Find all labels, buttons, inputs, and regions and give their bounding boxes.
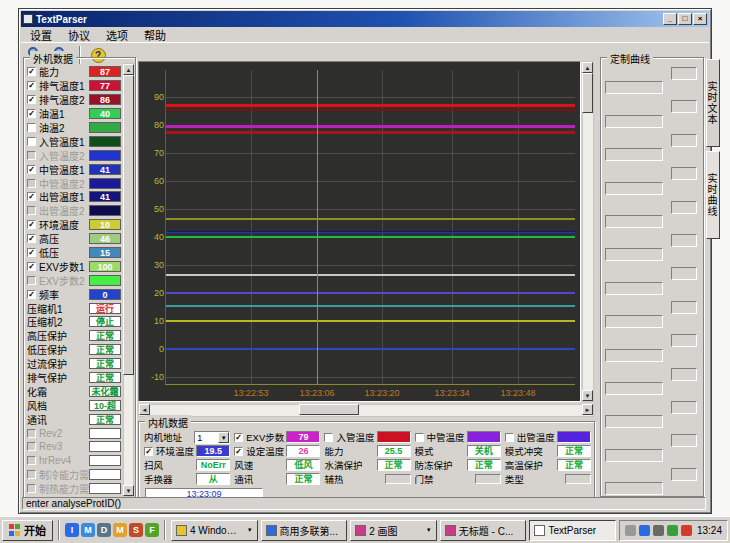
checkbox[interactable]: ✓: [27, 95, 36, 104]
chevron-down-icon[interactable]: ▼: [218, 432, 229, 443]
scroll-left-icon[interactable]: ◄: [139, 404, 150, 415]
custom-curve-value-slot[interactable]: [671, 334, 697, 347]
folder-icon[interactable]: F: [145, 523, 159, 537]
checkbox[interactable]: [27, 123, 36, 132]
custom-curve-value-slot[interactable]: [671, 401, 697, 414]
custom-curve-slot[interactable]: [605, 349, 663, 362]
custom-curve-value-slot[interactable]: [671, 434, 697, 447]
mail-icon[interactable]: M: [81, 523, 95, 537]
custom-curve-value-slot[interactable]: [671, 468, 697, 481]
antivirus-icon[interactable]: [667, 525, 678, 536]
custom-curve-slot[interactable]: [605, 382, 663, 395]
checkbox[interactable]: ✓: [27, 109, 36, 118]
checkbox[interactable]: ✓: [27, 67, 36, 76]
outdoor-row: ✓高压46: [27, 232, 121, 246]
volume-icon[interactable]: [653, 525, 664, 536]
indoor-row: 类型: [505, 472, 591, 486]
checkbox[interactable]: ✓: [27, 234, 36, 243]
start-button[interactable]: 开始: [2, 520, 53, 541]
outdoor-row: ✓油温140: [27, 107, 121, 121]
checkbox[interactable]: ✓: [27, 165, 36, 174]
tab-实时文本[interactable]: 实时文本: [706, 59, 720, 147]
task-button-商用多联第...[interactable]: 商用多联第...: [261, 520, 348, 541]
chart-vertical-scrollbar[interactable]: ▲ ▼: [582, 61, 594, 402]
task-button-4 Windows...[interactable]: 4 Windows...▼: [171, 520, 258, 541]
scroll-up-icon[interactable]: ▲: [582, 62, 593, 73]
custom-curve-slot[interactable]: [605, 315, 663, 328]
printer-icon[interactable]: [625, 525, 636, 536]
custom-curve-slot[interactable]: [605, 248, 663, 261]
custom-curve-value-slot[interactable]: [671, 368, 697, 381]
outdoor-scrollbar[interactable]: ▲ ▼: [123, 63, 134, 497]
maximize-button[interactable]: □: [678, 13, 692, 25]
chart-cursor-line[interactable]: [317, 70, 318, 384]
checkbox[interactable]: ✓: [27, 220, 36, 229]
chart-horizontal-scrollbar[interactable]: ◄ ►: [138, 404, 594, 417]
custom-curve-value-slot[interactable]: [671, 201, 697, 214]
custom-curve-slot[interactable]: [605, 482, 663, 495]
alarm-icon[interactable]: [681, 525, 692, 536]
indoor-data-panel: 内机数据 内机地址1▼✓环境温度19.5扫风NoErr手换器从✓EXV步数79✓…: [138, 421, 595, 500]
media-icon[interactable]: M: [113, 523, 127, 537]
custom-curve-value-slot[interactable]: [671, 134, 697, 147]
checkbox[interactable]: ✓: [27, 248, 36, 257]
custom-curve-slot[interactable]: [605, 449, 663, 462]
scroll-down-icon[interactable]: ▼: [123, 485, 134, 496]
ie-icon[interactable]: I: [65, 523, 79, 537]
checkbox[interactable]: [505, 433, 514, 442]
menu-item-选项[interactable]: 选项: [98, 27, 136, 43]
value-badge: 100: [89, 261, 121, 272]
custom-curve-slot[interactable]: [605, 215, 663, 228]
security-icon[interactable]: S: [129, 523, 143, 537]
scroll-thumb[interactable]: [582, 73, 593, 113]
custom-slot-row: [601, 264, 703, 297]
chevron-down-icon[interactable]: ▼: [426, 527, 432, 533]
checkbox[interactable]: ✓: [144, 447, 153, 456]
custom-curve-value-slot[interactable]: [671, 100, 697, 113]
checkbox[interactable]: [27, 137, 36, 146]
scroll-right-icon[interactable]: ►: [582, 404, 593, 415]
chevron-down-icon[interactable]: ▼: [247, 527, 253, 533]
scroll-down-icon[interactable]: ▼: [582, 390, 593, 401]
realtime-curve-chart[interactable]: 9080706050403020100-1013:22:5313:23:0613…: [138, 61, 581, 402]
indoor-address-select[interactable]: 1▼: [194, 431, 230, 444]
checkbox[interactable]: ✓: [27, 262, 36, 271]
custom-curve-value-slot[interactable]: [671, 67, 697, 80]
titlebar[interactable]: TextParser _ □ ×: [21, 11, 709, 27]
value-badge: [385, 474, 411, 484]
custom-curve-slot[interactable]: [605, 282, 663, 295]
checkbox[interactable]: ✓: [27, 290, 36, 299]
task-button-TextParser[interactable]: TextParser: [529, 520, 616, 541]
value-badge: 87: [89, 66, 121, 77]
value-badge: [89, 136, 121, 147]
checkbox[interactable]: [324, 433, 333, 442]
custom-curve-slot[interactable]: [605, 182, 663, 195]
menu-item-帮助[interactable]: 帮助: [136, 27, 174, 43]
desktop-icon[interactable]: D: [97, 523, 111, 537]
tab-实时曲线[interactable]: 实时曲线: [706, 151, 720, 239]
task-button-无标题 - C...[interactable]: 无标题 - C...: [440, 520, 527, 541]
custom-curve-slot[interactable]: [605, 415, 663, 428]
custom-curve-slot[interactable]: [605, 148, 663, 161]
custom-curve-value-slot[interactable]: [671, 167, 697, 180]
task-button-2 画图[interactable]: 2 画图▼: [350, 520, 437, 541]
minimize-button[interactable]: _: [663, 13, 677, 25]
checkbox[interactable]: ✓: [234, 433, 243, 442]
checkbox[interactable]: ✓: [27, 192, 36, 201]
scroll-thumb[interactable]: [299, 404, 359, 415]
menu-item-设置[interactable]: 设置: [22, 27, 60, 43]
custom-slot-row: [601, 164, 703, 197]
close-button[interactable]: ×: [693, 13, 707, 25]
custom-curve-value-slot[interactable]: [671, 301, 697, 314]
custom-curve-value-slot[interactable]: [671, 234, 697, 247]
checkbox[interactable]: [415, 433, 424, 442]
scroll-thumb[interactable]: [123, 75, 134, 375]
custom-curve-value-slot[interactable]: [671, 267, 697, 280]
custom-curve-slot[interactable]: [605, 81, 663, 94]
menu-item-协议[interactable]: 协议: [60, 27, 98, 43]
scroll-up-icon[interactable]: ▲: [123, 64, 134, 75]
checkbox[interactable]: ✓: [27, 81, 36, 90]
network-icon[interactable]: [639, 525, 650, 536]
custom-curve-slot[interactable]: [605, 115, 663, 128]
checkbox[interactable]: ✓: [234, 447, 243, 456]
